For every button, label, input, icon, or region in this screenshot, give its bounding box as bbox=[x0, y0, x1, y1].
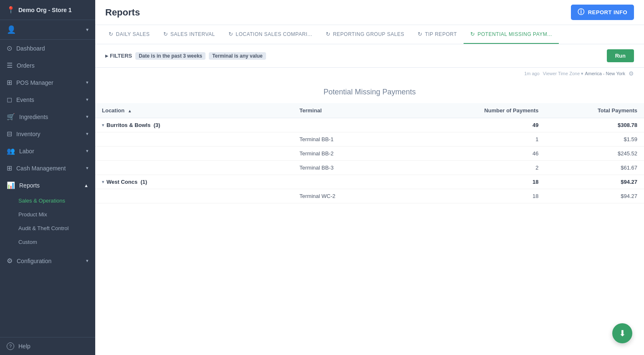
group-num-payments-cell: 18 bbox=[446, 175, 545, 189]
table-header-row: Location ▲ Terminal Number of Payments T… bbox=[95, 103, 644, 118]
tab-refresh-icon: ↻ bbox=[163, 31, 168, 37]
tab-refresh-icon: ↻ bbox=[326, 31, 331, 37]
table-row: Terminal WC-2 18 $94.27 bbox=[95, 189, 644, 203]
sidebar-item-inventory[interactable]: ⊟ Inventory ▾ bbox=[0, 125, 95, 142]
report-info-button[interactable]: ⓘ REPORT INFO bbox=[571, 5, 634, 20]
sidebar-item-ingredients[interactable]: 🛒 Ingredients ▾ bbox=[0, 108, 95, 125]
sidebar-user[interactable]: 👤 ▾ bbox=[0, 20, 95, 40]
cash-icon: ⊞ bbox=[7, 164, 12, 172]
tab-refresh-icon: ↻ bbox=[228, 31, 233, 37]
download-icon: ⬇ bbox=[619, 328, 626, 338]
settings-icon[interactable]: ⚙ bbox=[629, 70, 634, 77]
download-fab[interactable]: ⬇ bbox=[612, 323, 632, 343]
group-chevron-icon: ▾ bbox=[102, 123, 104, 127]
sort-icon: ▲ bbox=[128, 109, 132, 113]
cash-chevron-icon: ▾ bbox=[86, 165, 89, 171]
sidebar-footer-help[interactable]: ? Help bbox=[0, 337, 95, 355]
table-row: Terminal BB-1 1 $1.59 bbox=[95, 132, 644, 147]
ingredients-chevron-icon: ▾ bbox=[86, 114, 89, 119]
col-total-payments: Total Payments bbox=[545, 103, 644, 118]
sub-item-label: Custom bbox=[18, 239, 37, 245]
tab-tip-report[interactable]: ↻ TIP REPORT bbox=[411, 25, 464, 44]
tab-refresh-icon: ↻ bbox=[418, 31, 423, 37]
sidebar-item-label: Configuration bbox=[17, 258, 51, 264]
child-terminal-cell: Terminal BB-2 bbox=[293, 147, 446, 161]
filters-toggle[interactable]: ▶ FILTERS bbox=[105, 53, 132, 59]
col-label: Terminal bbox=[299, 107, 322, 114]
sidebar-item-reports[interactable]: 📊 Reports ▲ bbox=[0, 177, 95, 194]
child-num-payments-cell: 2 bbox=[446, 161, 545, 175]
child-total-payments-cell: $94.27 bbox=[545, 189, 644, 203]
sidebar-item-labor[interactable]: 👥 Labor ▾ bbox=[0, 142, 95, 160]
tab-label: REPORTING GROUP SALES bbox=[333, 31, 404, 37]
group-num-payments-cell: 49 bbox=[446, 118, 545, 132]
group-name-text: Burritos & Bowls (3) bbox=[106, 122, 160, 128]
sidebar-item-pos-manager[interactable]: ⊞ POS Manager ▾ bbox=[0, 74, 95, 91]
sidebar-item-orders[interactable]: ☰ Orders bbox=[0, 57, 95, 74]
sidebar-item-configuration[interactable]: ⚙ Configuration ▾ bbox=[0, 252, 95, 269]
sidebar-item-label: Orders bbox=[17, 62, 35, 69]
sidebar: 📍 Demo Org - Store 1 👤 ▾ ⊙ Dashboard ☰ O… bbox=[0, 0, 95, 355]
child-location-cell bbox=[95, 189, 293, 203]
filter-chip-value: is any value bbox=[233, 53, 262, 59]
table-group-row[interactable]: ▾ Burritos & Bowls (3) 49 $308.78 bbox=[95, 118, 644, 132]
tab-label: DAILY SALES bbox=[116, 31, 150, 37]
child-num-payments-cell: 46 bbox=[446, 147, 545, 161]
tab-reporting-group-sales[interactable]: ↻ REPORTING GROUP SALES bbox=[319, 25, 411, 44]
sidebar-sub-item-sales-ops[interactable]: Sales & Operations bbox=[0, 194, 95, 208]
pos-chevron-icon: ▾ bbox=[86, 80, 89, 85]
org-name: Demo Org - Store 1 bbox=[18, 7, 72, 13]
sub-item-label: Product Mix bbox=[18, 211, 47, 218]
col-label: Location bbox=[102, 107, 124, 114]
report-content: ▶ FILTERS Date is in the past 3 weeks Te… bbox=[95, 44, 644, 355]
tab-potential-missing-paym[interactable]: ↻ POTENTIAL MISSING PAYM... bbox=[464, 25, 559, 44]
orders-icon: ☰ bbox=[7, 61, 13, 69]
tab-label: POTENTIAL MISSING PAYM... bbox=[478, 31, 552, 37]
sidebar-item-label: POS Manager bbox=[16, 79, 53, 86]
sub-item-label: Sales & Operations bbox=[18, 198, 65, 204]
col-location[interactable]: Location ▲ bbox=[95, 103, 293, 118]
table-row: Terminal BB-3 2 $61.67 bbox=[95, 161, 644, 175]
tabs-bar: ↻ DAILY SALES ↻ SALES INTERVAL ↻ LOCATIO… bbox=[95, 25, 644, 44]
filter-bar: ▶ FILTERS Date is in the past 3 weeks Te… bbox=[95, 44, 644, 68]
sidebar-item-label: Events bbox=[16, 96, 34, 103]
sidebar-item-label: Labor bbox=[19, 148, 34, 155]
run-button[interactable]: Run bbox=[607, 49, 634, 62]
group-name-cell: ▾ West Concs (1) bbox=[95, 175, 293, 189]
config-icon: ⚙ bbox=[7, 257, 13, 265]
tab-label: TIP REPORT bbox=[425, 31, 457, 37]
sidebar-item-label: Cash Management bbox=[16, 165, 66, 172]
inventory-chevron-icon: ▾ bbox=[86, 131, 89, 137]
sidebar-item-events[interactable]: ◻ Events ▾ bbox=[0, 91, 95, 108]
tab-sales-interval[interactable]: ↻ SALES INTERVAL bbox=[157, 25, 222, 44]
last-run-time: 1m ago bbox=[524, 71, 540, 76]
events-icon: ◻ bbox=[7, 96, 12, 104]
sidebar-org-header: 📍 Demo Org - Store 1 bbox=[0, 0, 95, 20]
group-terminal-cell bbox=[293, 175, 446, 189]
sidebar-sub-item-custom[interactable]: Custom bbox=[0, 235, 95, 249]
tab-refresh-icon: ↻ bbox=[109, 31, 114, 37]
table-group-row[interactable]: ▾ West Concs (1) 18 $94.27 bbox=[95, 175, 644, 189]
filter-arrow-icon: ▶ bbox=[105, 54, 108, 58]
sidebar-item-label: Dashboard bbox=[16, 45, 45, 52]
filter-chip-date: Date is in the past 3 weeks bbox=[135, 52, 205, 60]
col-terminal: Terminal bbox=[293, 103, 446, 118]
tab-location-sales-comp[interactable]: ↻ LOCATION SALES COMPARI... bbox=[222, 25, 319, 44]
ingredients-icon: 🛒 bbox=[7, 113, 15, 121]
child-terminal-cell: Terminal BB-1 bbox=[293, 132, 446, 147]
group-chevron-icon: ▾ bbox=[102, 180, 104, 184]
dashboard-icon: ⊙ bbox=[7, 44, 12, 52]
tab-daily-sales[interactable]: ↻ DAILY SALES bbox=[102, 25, 157, 44]
sidebar-sub-item-audit-theft[interactable]: Audit & Theft Control bbox=[0, 221, 95, 235]
table-row: Terminal BB-2 46 $245.52 bbox=[95, 147, 644, 161]
timezone-bar: 1m ago Viewer Time Zone ▾ America - New … bbox=[95, 68, 644, 79]
sidebar-item-label: Reports bbox=[19, 182, 40, 189]
location-icon: 📍 bbox=[7, 6, 15, 14]
labor-icon: 👥 bbox=[7, 147, 15, 155]
sidebar-item-dashboard[interactable]: ⊙ Dashboard bbox=[0, 40, 95, 57]
main-content: Reports ⓘ REPORT INFO ↻ DAILY SALES ↻ SA… bbox=[95, 0, 644, 355]
group-total-payments-cell: $308.78 bbox=[545, 118, 644, 132]
sub-item-label: Audit & Theft Control bbox=[18, 225, 68, 231]
sidebar-sub-item-product-mix[interactable]: Product Mix bbox=[0, 208, 95, 221]
sidebar-item-cash-management[interactable]: ⊞ Cash Management ▾ bbox=[0, 160, 95, 177]
